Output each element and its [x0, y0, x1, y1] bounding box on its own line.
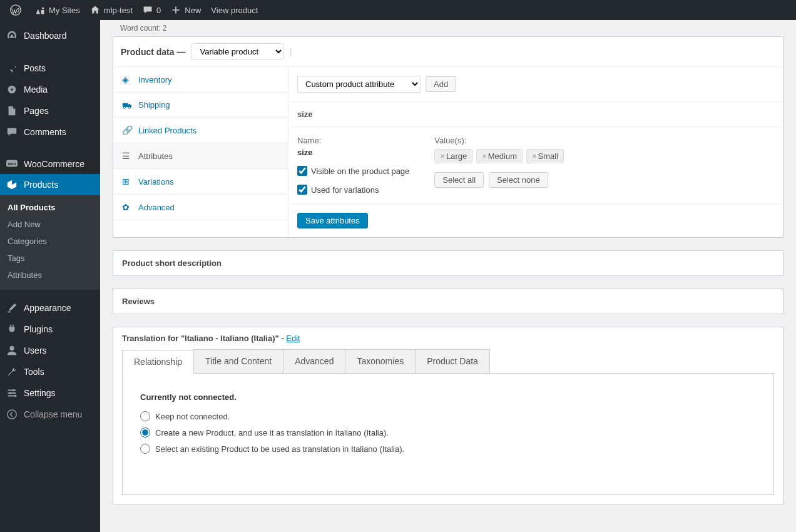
comment-icon: [143, 5, 153, 15]
svg-point-7: [9, 392, 12, 394]
product-type-select[interactable]: Variable product: [191, 43, 284, 60]
truck-icon: [122, 101, 132, 109]
tab-product-data[interactable]: Product Data: [415, 349, 490, 373]
plus-icon: [171, 5, 181, 15]
connection-status-title: Currently not connected.: [140, 392, 756, 402]
list-icon: ☰: [122, 151, 132, 161]
sidebar-item-settings[interactable]: Settings: [0, 382, 100, 404]
attribute-name-header[interactable]: size: [288, 102, 783, 127]
attribute-type-select[interactable]: Custom product attribute: [297, 76, 421, 93]
svg-point-2: [11, 88, 13, 91]
media-icon: [6, 84, 19, 95]
svg-point-6: [13, 389, 16, 392]
short-description-panel-header[interactable]: Product short description: [113, 250, 783, 276]
radio-keep[interactable]: [140, 411, 150, 421]
sidebar-sub-add-new[interactable]: Add New: [0, 216, 100, 233]
site-name-label: mlp-test: [104, 6, 133, 15]
radio-create-label: Create a new Product, and use it as tran…: [155, 428, 389, 437]
sidebar-sub-categories[interactable]: Categories: [0, 233, 100, 250]
comments-count: 0: [156, 6, 161, 15]
collapse-icon: [6, 409, 19, 420]
sidebar-sub-attributes[interactable]: Attributes: [0, 267, 100, 284]
select-all-button[interactable]: Select all: [434, 172, 484, 188]
sidebar-item-products[interactable]: Products: [0, 174, 100, 195]
tab-linked-products[interactable]: 🔗Linked Products: [113, 118, 288, 143]
main-content: Word count: 2 Product data — Variable pr…: [100, 20, 796, 532]
svg-point-8: [14, 395, 17, 397]
view-product-link[interactable]: View product: [206, 0, 263, 20]
tab-attributes[interactable]: ☰Attributes: [113, 143, 288, 169]
sidebar-sub-tags[interactable]: Tags: [0, 250, 100, 267]
wrench-icon: [6, 366, 19, 377]
radio-select[interactable]: [140, 444, 150, 454]
grid-icon: ⊞: [122, 176, 132, 187]
radio-select-label: Select an existing Product to be used as…: [155, 444, 404, 454]
word-count-text: Word count: 2: [113, 20, 783, 36]
svg-point-11: [123, 106, 125, 108]
product-data-title: Product data —: [121, 47, 185, 57]
tab-advanced[interactable]: ✿Advanced: [113, 195, 288, 220]
sidebar-item-users[interactable]: Users: [0, 340, 100, 361]
tab-taxonomies[interactable]: Taxonomies: [345, 349, 416, 373]
tab-title-content[interactable]: Title and Content: [193, 349, 283, 373]
visible-checkbox[interactable]: [297, 166, 307, 176]
sliders-icon: [6, 387, 19, 399]
products-icon: [6, 179, 19, 190]
new-label: New: [185, 6, 201, 15]
save-attributes-button[interactable]: Save attributes: [297, 213, 368, 228]
new-link[interactable]: New: [166, 0, 206, 20]
plug-icon: [6, 324, 19, 335]
sidebar-item-pages[interactable]: Pages: [0, 100, 100, 121]
radio-keep-label: Keep not connected.: [155, 412, 230, 421]
woo-icon: woo: [6, 160, 19, 168]
used-variations-checkbox[interactable]: [297, 185, 307, 195]
user-icon: [6, 345, 19, 356]
sidebar-sub-all-products[interactable]: All Products: [0, 199, 100, 216]
admin-sidebar: Dashboard Posts Media Pages Comments woo…: [0, 20, 100, 532]
reviews-panel-header[interactable]: Reviews: [113, 289, 783, 314]
svg-text:woo: woo: [8, 161, 16, 166]
sidebar-item-plugins[interactable]: Plugins: [0, 319, 100, 340]
tab-shipping[interactable]: Shipping: [113, 93, 288, 118]
svg-point-5: [9, 346, 14, 350]
translation-panel: Translation for "Italiano - Italiano (It…: [113, 327, 783, 504]
attribute-name-value: size: [297, 148, 409, 157]
svg-rect-10: [123, 103, 128, 106]
radio-create[interactable]: [140, 427, 150, 437]
values-label: Value(s):: [434, 136, 564, 145]
view-product-label: View product: [211, 6, 258, 15]
add-attribute-button[interactable]: Add: [426, 76, 456, 92]
attribute-value-tag[interactable]: Large: [434, 149, 472, 163]
pin-icon: [6, 63, 19, 74]
sidebar-item-dashboard[interactable]: Dashboard: [0, 25, 100, 46]
tab-relationship[interactable]: Relationship: [122, 350, 194, 374]
tab-inventory[interactable]: ◈Inventory: [113, 67, 288, 93]
product-data-panel: Product data — Variable product | ◈Inven…: [113, 36, 783, 238]
home-icon: [90, 5, 100, 15]
site-name-link[interactable]: mlp-test: [85, 0, 138, 20]
sidebar-item-appearance[interactable]: Appearance: [0, 297, 100, 319]
visible-label: Visible on the product page: [311, 166, 409, 176]
tab-advanced[interactable]: Advanced: [283, 349, 345, 373]
svg-point-9: [8, 410, 16, 419]
sidebar-item-comments[interactable]: Comments: [0, 121, 100, 143]
dashboard-icon: [6, 30, 19, 41]
comment-icon: [6, 126, 19, 138]
wp-logo[interactable]: [5, 0, 30, 20]
collapse-menu-button[interactable]: Collapse menu: [0, 404, 100, 425]
comments-link[interactable]: 0: [138, 0, 166, 20]
tab-variations[interactable]: ⊞Variations: [113, 169, 288, 195]
translation-edit-link[interactable]: Edit: [286, 334, 300, 343]
my-sites-link[interactable]: My Sites: [30, 0, 85, 20]
brush-icon: [6, 302, 19, 314]
sidebar-item-media[interactable]: Media: [0, 79, 100, 100]
product-data-tabs: ◈Inventory Shipping 🔗Linked Products ☰At…: [113, 67, 288, 237]
sidebar-item-tools[interactable]: Tools: [0, 361, 100, 382]
sidebar-item-woocommerce[interactable]: wooWooCommerce: [0, 154, 100, 174]
pages-icon: [6, 105, 19, 116]
gear-icon: ✿: [122, 202, 132, 212]
attribute-value-tag[interactable]: Small: [526, 149, 564, 163]
sidebar-item-posts[interactable]: Posts: [0, 58, 100, 79]
attribute-value-tag[interactable]: Medium: [476, 149, 523, 163]
select-none-button[interactable]: Select none: [489, 172, 548, 188]
